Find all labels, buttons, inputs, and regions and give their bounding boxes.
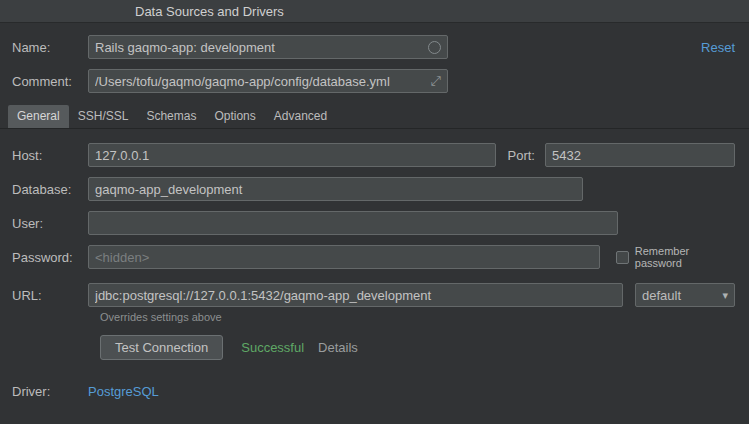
database-label: Database:	[12, 182, 88, 197]
url-label: URL:	[12, 288, 88, 303]
expand-icon[interactable]: ⤢	[431, 73, 441, 89]
window-titlebar: Data Sources and Drivers	[0, 0, 749, 23]
tab-ssh-ssl[interactable]: SSH/SSL	[69, 105, 138, 128]
reset-link[interactable]: Reset	[701, 40, 735, 55]
driver-link[interactable]: PostgreSQL	[88, 384, 159, 399]
user-input[interactable]	[95, 216, 611, 231]
progress-circle-icon	[428, 41, 441, 54]
details-link[interactable]: Details	[318, 340, 358, 355]
tab-advanced[interactable]: Advanced	[265, 105, 336, 128]
port-input[interactable]	[552, 148, 728, 163]
name-row: Name: Reset	[12, 35, 735, 59]
settings-tabs: General SSH/SSL Schemas Options Advanced	[0, 105, 749, 129]
chevron-down-icon: ▾	[722, 289, 728, 302]
user-row: User:	[12, 211, 735, 235]
test-connection-row: Test Connection Successful Details	[100, 335, 735, 360]
window-title: Data Sources and Drivers	[135, 4, 284, 19]
name-input[interactable]	[95, 40, 422, 55]
password-row: Password: Remember password	[12, 245, 735, 269]
password-label: Password:	[12, 250, 88, 265]
comment-input[interactable]	[95, 74, 425, 89]
port-label: Port:	[496, 148, 545, 163]
port-field[interactable]	[545, 143, 735, 167]
comment-label: Comment:	[12, 74, 88, 89]
url-input[interactable]	[95, 288, 616, 303]
test-connection-button[interactable]: Test Connection	[100, 335, 223, 360]
name-field[interactable]	[88, 35, 448, 59]
host-input[interactable]	[95, 148, 489, 163]
name-label: Name:	[12, 40, 88, 55]
driver-row: Driver: PostgreSQL	[12, 384, 735, 399]
overrides-note: Overrides settings above	[100, 311, 735, 323]
driver-label: Driver:	[12, 384, 88, 399]
host-port-row: Host: Port:	[12, 143, 735, 167]
host-field[interactable]	[88, 143, 496, 167]
user-field[interactable]	[88, 211, 618, 235]
user-label: User:	[12, 216, 88, 231]
url-mode-selected-value: default	[642, 288, 681, 303]
remember-password-checkbox[interactable]	[616, 251, 629, 264]
password-input[interactable]	[95, 250, 593, 265]
header-section: Name: Reset Comment: ⤢	[0, 23, 749, 93]
general-form: Host: Port: Database: User: Password: Re…	[0, 129, 749, 399]
comment-row: Comment: ⤢	[12, 69, 735, 93]
remember-password-group: Remember password	[616, 245, 735, 269]
database-field[interactable]	[88, 177, 583, 201]
host-label: Host:	[12, 148, 88, 163]
url-field[interactable]	[88, 283, 623, 307]
remember-password-label: Remember password	[635, 245, 735, 269]
database-row: Database:	[12, 177, 735, 201]
tab-options[interactable]: Options	[205, 105, 264, 128]
url-row: URL: default ▾	[12, 283, 735, 307]
tab-schemas[interactable]: Schemas	[137, 105, 205, 128]
database-input[interactable]	[95, 182, 576, 197]
tab-general[interactable]: General	[8, 105, 69, 128]
test-result-status: Successful	[241, 340, 304, 355]
comment-field[interactable]: ⤢	[88, 69, 448, 93]
password-field[interactable]	[88, 245, 600, 269]
url-mode-dropdown[interactable]: default ▾	[635, 283, 735, 307]
